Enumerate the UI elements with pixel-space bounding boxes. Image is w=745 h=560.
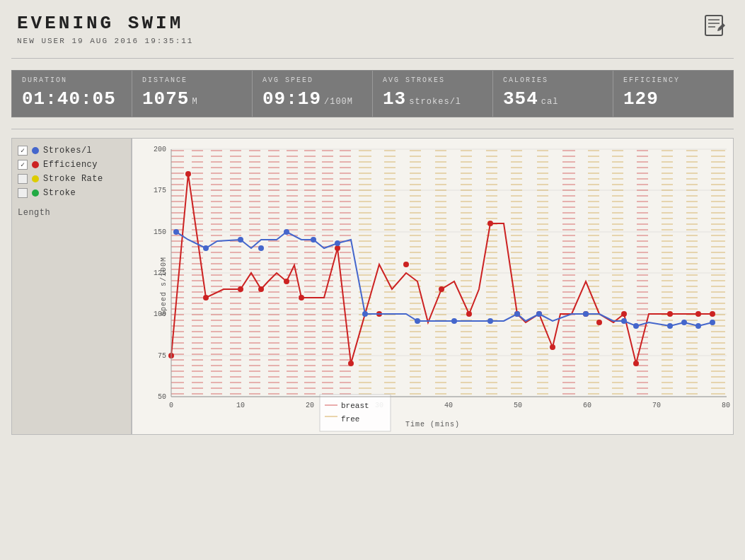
svg-rect-39: [359, 149, 371, 397]
svg-text:125: 125: [154, 269, 166, 277]
stat-label: AVG STROKES: [383, 76, 483, 84]
legend-checkbox[interactable]: [18, 160, 28, 170]
efficiency-dot: [621, 311, 627, 317]
svg-text:150: 150: [154, 228, 166, 236]
legend-panel: Strokes/l Efficiency Stroke Rate Stroke …: [11, 138, 132, 435]
svg-text:60: 60: [583, 402, 591, 409]
strokes-dot: [258, 245, 264, 251]
stat-cell: DURATION 01:40:05: [12, 71, 132, 117]
strokes-dot: [203, 245, 209, 251]
svg-rect-52: [686, 149, 698, 397]
svg-rect-47: [562, 149, 575, 397]
stat-label: DISTANCE: [142, 76, 242, 84]
stat-value: 09:19/100M: [262, 88, 362, 110]
strokes-dot: [173, 229, 179, 235]
svg-rect-57: [325, 414, 337, 421]
efficiency-dot: [487, 221, 493, 226]
stat-unit: cal: [541, 97, 559, 107]
efficiency-dot: [299, 295, 304, 301]
svg-text:20: 20: [306, 402, 314, 409]
stat-label: DURATION: [22, 76, 122, 84]
strokes-dot: [284, 229, 289, 235]
svg-text:0: 0: [169, 402, 173, 409]
legend-checkbox[interactable]: [18, 146, 28, 156]
chart-section: Strokes/l Efficiency Stroke Rate Stroke …: [11, 138, 734, 435]
legend-label: Efficiency: [43, 160, 98, 170]
svg-text:70: 70: [652, 402, 661, 409]
strokes-dot: [710, 320, 715, 325]
strokes-dot: [536, 311, 542, 317]
efficiency-dot: [466, 311, 472, 317]
stat-value: 13strokes/l: [383, 88, 483, 110]
efficiency-dot: [550, 344, 555, 350]
stat-label: AVG SPEED: [262, 76, 362, 84]
legend-label: Strokes/l: [43, 146, 92, 156]
svg-rect-50: [637, 149, 648, 397]
svg-rect-48: [588, 149, 599, 397]
stats-divider: [11, 129, 734, 129]
svg-text:100: 100: [154, 310, 166, 318]
stats-bar: DURATION 01:40:05 DISTANCE 1075M AVG SPE…: [11, 70, 734, 117]
efficiency-dot: [710, 311, 715, 317]
length-label: Length: [18, 208, 125, 218]
svg-rect-37: [322, 149, 333, 397]
svg-rect-43: [461, 149, 472, 397]
svg-rect-0: [705, 16, 722, 35]
efficiency-dot: [284, 279, 289, 284]
legend-item-stroke_rate[interactable]: Stroke Rate: [18, 174, 125, 184]
legend-item-efficiency[interactable]: Efficiency: [18, 160, 125, 170]
stat-value: 129: [623, 88, 723, 110]
svg-text:breast: breast: [341, 402, 369, 410]
legend-item-stroke[interactable]: Stroke: [18, 188, 125, 198]
efficiency-dot: [348, 361, 354, 366]
efficiency-dot: [667, 311, 673, 317]
stat-cell: DISTANCE 1075M: [132, 71, 253, 117]
legend-dot: [32, 189, 39, 197]
efficiency-dot: [403, 262, 409, 267]
svg-rect-42: [435, 149, 446, 397]
svg-rect-54: [320, 395, 391, 431]
legend-checkbox[interactable]: [18, 174, 28, 184]
stat-cell: CALORIES 354cal: [493, 71, 613, 117]
svg-rect-29: [171, 149, 184, 397]
chart-svg: 200 175 150 125 100 75 50 0 10 20 30 40 …: [132, 139, 733, 434]
header: EVENING SWIM NEW USER 19 AUG 2016 19:35:…: [0, 0, 745, 52]
strokes-dot: [335, 240, 340, 246]
strokes-dot: [415, 318, 420, 324]
strokes-dot: [451, 318, 457, 324]
strokes-dot: [514, 311, 520, 317]
legend-dot: [32, 175, 39, 182]
svg-rect-45: [511, 149, 522, 397]
svg-rect-31: [211, 149, 222, 397]
legend-item-strokes[interactable]: Strokes/l: [18, 146, 125, 156]
efficiency-dot: [439, 286, 444, 292]
strokes-dot: [667, 323, 673, 329]
strokes-dot: [583, 311, 589, 317]
svg-text:free: free: [341, 415, 359, 424]
svg-rect-53: [711, 149, 725, 397]
svg-text:175: 175: [154, 187, 166, 194]
strokes-dot: [362, 311, 368, 317]
stat-unit: strokes/l: [409, 97, 461, 107]
efficiency-dot: [185, 171, 191, 177]
stat-value: 1075M: [142, 88, 242, 110]
stat-label: EFFICIENCY: [623, 76, 723, 84]
stat-cell: EFFICIENCY 129: [613, 71, 733, 117]
svg-rect-49: [612, 149, 623, 397]
efficiency-dot: [335, 245, 340, 251]
stat-cell: AVG SPEED 09:19/100M: [253, 71, 373, 117]
efficiency-dot: [258, 286, 264, 292]
legend-dot: [32, 147, 39, 154]
svg-rect-51: [662, 149, 673, 397]
legend-label: Stroke Rate: [43, 174, 103, 184]
svg-text:50: 50: [514, 402, 522, 409]
edit-icon[interactable]: [703, 13, 728, 38]
strokes-dot: [633, 323, 639, 329]
stat-value: 01:40:05: [22, 88, 122, 110]
efficiency-dot: [238, 286, 243, 292]
svg-text:200: 200: [154, 146, 166, 153]
svg-rect-34: [268, 149, 279, 397]
svg-rect-55: [325, 401, 337, 408]
legend-checkbox[interactable]: [18, 188, 28, 198]
svg-rect-40: [384, 149, 395, 397]
